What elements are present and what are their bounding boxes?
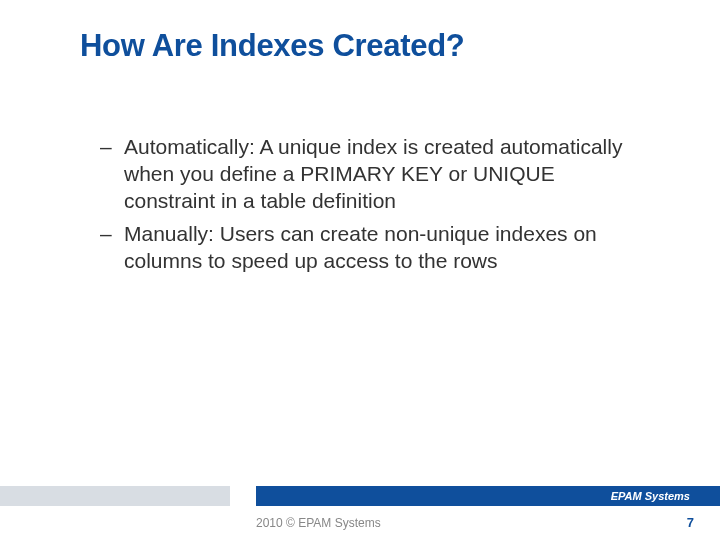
footer-main: EPAM Systems: [256, 486, 720, 506]
bullet-item: Automatically: A unique index is created…: [100, 134, 640, 215]
bullet-list: Automatically: A unique index is created…: [100, 134, 640, 274]
copyright-text: 2010 © EPAM Systems: [256, 516, 381, 530]
bullet-item: Manually: Users can create non-unique in…: [100, 221, 640, 275]
footer-gap: [230, 486, 256, 506]
page-number: 7: [687, 515, 694, 530]
footer-accent-left: [0, 486, 230, 506]
footer-bottom: 2010 © EPAM Systems 7: [0, 506, 720, 540]
footer-logo-text: EPAM Systems: [611, 486, 690, 506]
footer-bar: EPAM Systems: [0, 486, 720, 506]
content-area: Automatically: A unique index is created…: [0, 64, 720, 274]
slide-title: How Are Indexes Created?: [0, 0, 720, 64]
